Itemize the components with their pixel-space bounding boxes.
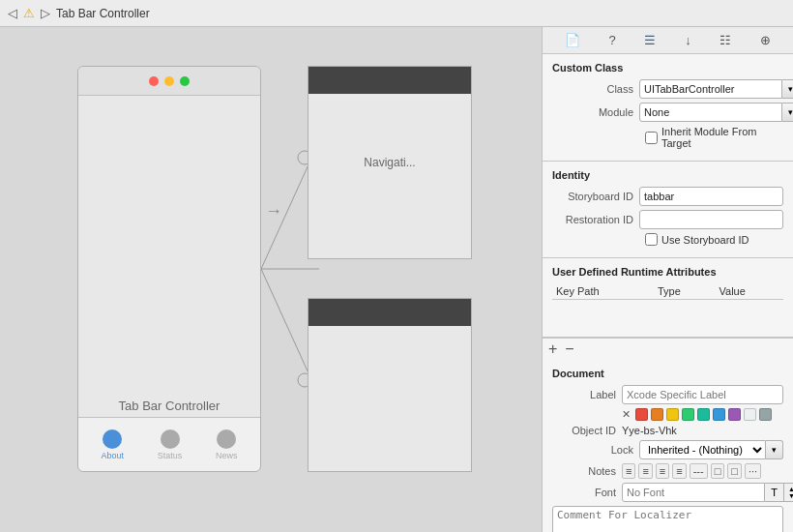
font-up-arrow: ▲ — [788, 486, 793, 492]
tab-item-news[interactable]: News — [216, 429, 238, 460]
document-title: Document — [552, 368, 783, 379]
iphone-titlebar — [78, 67, 260, 96]
restoration-id-input[interactable] — [639, 210, 783, 229]
col-value: Value — [716, 283, 783, 300]
tab-item-about[interactable]: About — [101, 429, 124, 460]
lock-select[interactable]: Inherited - (Nothing) — [639, 440, 766, 459]
inherit-module-checkbox[interactable] — [645, 132, 658, 144]
module-select-btn[interactable]: ▾ — [782, 103, 793, 122]
remove-attr-btn[interactable]: − — [565, 341, 573, 357]
inherit-module-label: Inherit Module From Target — [661, 126, 783, 149]
attr-table: Key Path Type Value — [552, 283, 783, 329]
table-footer: + − — [543, 338, 793, 360]
notes-divider: --- — [690, 463, 708, 479]
use-storyboard-checkbox[interactable] — [645, 233, 658, 246]
comment-field[interactable] — [552, 506, 783, 533]
font-input[interactable] — [622, 483, 765, 502]
object-id-label: Object ID — [552, 425, 622, 436]
notes-link[interactable]: □ — [727, 463, 742, 479]
add-attr-btn[interactable]: + — [548, 341, 557, 357]
notes-align-right[interactable]: ≡ — [656, 463, 669, 479]
swatch-teal[interactable] — [697, 408, 710, 421]
notes-image[interactable]: □ — [711, 463, 725, 479]
col-type: Type — [654, 283, 716, 300]
notes-align-left[interactable]: ≡ — [622, 463, 635, 479]
document-section: Document Label ✕ — [543, 360, 793, 533]
use-storyboard-row: Use Storyboard ID — [552, 233, 783, 246]
object-id-row: Object ID Yye-bs-Vhk — [552, 425, 783, 436]
lock-select-wrap: Inherited - (Nothing) ▾ — [639, 440, 783, 459]
custom-class-section: Custom Class Class ▾ Module ▾ Inherit Mo… — [543, 54, 793, 162]
inherit-module-row: Inherit Module From Target — [552, 126, 783, 149]
module-input[interactable] — [639, 103, 782, 122]
swatch-blue[interactable] — [713, 408, 725, 421]
attr-empty-row — [552, 300, 783, 329]
notes-icons: ≡ ≡ ≡ ≡ --- □ □ ··· — [622, 463, 783, 479]
notes-more[interactable]: ··· — [745, 463, 761, 479]
label-field-label: Label — [552, 389, 622, 400]
class-select-btn[interactable]: ▾ — [782, 79, 793, 99]
panel-icon-help[interactable]: ? — [605, 31, 620, 49]
module-input-wrap: ▾ — [639, 103, 793, 122]
restoration-id-row: Restoration ID — [552, 210, 783, 229]
swatch-purple[interactable] — [728, 408, 741, 421]
main-layout: Tab Bar Controller About Status News — [0, 27, 793, 532]
lock-select-btn[interactable]: ▾ — [766, 440, 783, 459]
tab-icon-news — [217, 429, 236, 449]
storyboard-id-input[interactable] — [639, 187, 783, 206]
label-field-input[interactable] — [622, 385, 783, 404]
tab-bar-bottom: About Status News — [78, 417, 260, 471]
notes-align-justify[interactable]: ≡ — [672, 463, 686, 479]
user-defined-section: User Defined Runtime Attributes Key Path… — [543, 258, 793, 338]
col-keypath: Key Path — [552, 283, 654, 300]
canvas-content: Tab Bar Controller About Status News — [0, 27, 542, 532]
font-row: Font T ▲ ▼ — [552, 483, 783, 502]
class-row: Class ▾ — [552, 79, 783, 99]
lock-label: Lock — [552, 444, 639, 456]
swatch-green[interactable] — [682, 408, 694, 421]
tab-icon-status — [161, 429, 180, 449]
class-label: Class — [552, 83, 639, 95]
warning-icon: ⚠ — [23, 6, 35, 20]
iphone-body — [78, 96, 260, 367]
module-label: Module — [552, 106, 639, 118]
color-swatches: ✕ — [622, 408, 783, 421]
storyboard-id-label: Storyboard ID — [552, 191, 639, 202]
tab-item-status[interactable]: Status — [158, 429, 183, 460]
user-defined-title: User Defined Runtime Attributes — [552, 266, 783, 278]
swatch-red[interactable] — [635, 408, 648, 421]
font-input-wrap: T ▲ ▼ — [622, 483, 793, 502]
panel-icon-connections[interactable]: ⊕ — [756, 31, 775, 49]
nav-dark-bar-2 — [308, 299, 471, 326]
nav-label: Navigati... — [364, 156, 415, 169]
panel-toolbar: 📄 ? ☰ ↓ ☷ ⊕ — [543, 27, 793, 54]
color-clear-btn[interactable]: ✕ — [622, 408, 631, 421]
font-T-btn[interactable]: T — [765, 483, 784, 502]
panel-icon-attr[interactable]: ↓ — [681, 31, 695, 49]
tab-bar-label: Tab Bar Controller — [78, 399, 260, 413]
nav-dark-bar — [308, 67, 471, 94]
class-input[interactable] — [639, 79, 782, 99]
custom-class-title: Custom Class — [552, 62, 783, 74]
panel-icon-size[interactable]: ☷ — [716, 31, 735, 49]
back-icon[interactable]: ◁ — [8, 6, 17, 20]
swatch-gray[interactable] — [759, 408, 772, 421]
canvas-area[interactable]: Tab Bar Controller About Status News — [0, 27, 542, 532]
svg-line-2 — [261, 269, 309, 375]
right-panel: 📄 ? ☰ ↓ ☷ ⊕ Custom Class Class ▾ Module — [542, 27, 793, 532]
label-row: Label — [552, 385, 783, 404]
storyboard-id-row: Storyboard ID — [552, 187, 783, 206]
notes-row: Notes ≡ ≡ ≡ ≡ --- □ □ ··· — [552, 463, 783, 479]
minimize-dot — [164, 76, 174, 86]
swatch-orange[interactable] — [651, 408, 663, 421]
panel-icon-file[interactable]: 📄 — [561, 31, 584, 49]
restoration-id-label: Restoration ID — [552, 214, 639, 225]
swatch-white[interactable] — [744, 408, 756, 421]
forward-icon[interactable]: ▷ — [41, 6, 50, 20]
panel-icon-identity[interactable]: ☰ — [640, 31, 660, 49]
nav-block: Navigati... — [308, 66, 472, 259]
notes-align-center[interactable]: ≡ — [638, 463, 652, 479]
font-stepper[interactable]: ▲ ▼ — [784, 483, 793, 502]
identity-title: Identity — [552, 169, 783, 181]
swatch-yellow[interactable] — [666, 408, 679, 421]
